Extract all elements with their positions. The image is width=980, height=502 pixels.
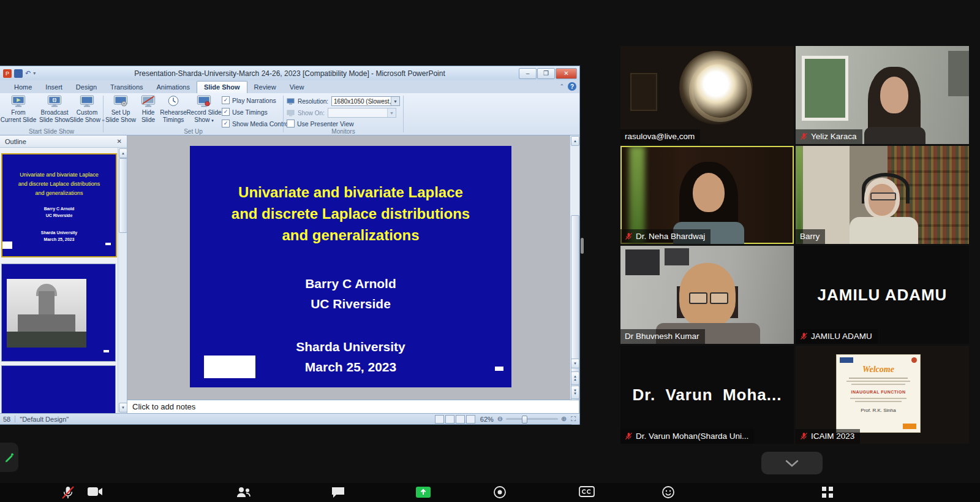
chat-button[interactable] — [331, 485, 345, 501]
checkbox[interactable]: ✓ — [222, 120, 230, 127]
previous-slide-button[interactable]: ▲▲ — [571, 371, 579, 385]
next-slide-button[interactable]: ▼▼ — [571, 386, 579, 399]
slide-thumbnail-1[interactable]: Univariate and bivariate Laplace and dis… — [1, 153, 117, 257]
quick-access-toolbar: P ↶ ▾ — [0, 69, 36, 78]
zoom-slider[interactable] — [506, 418, 558, 420]
tab-home[interactable]: Home — [7, 82, 39, 93]
help-icon[interactable]: ? — [568, 82, 576, 91]
mute-button[interactable] — [61, 485, 75, 502]
notes-pane[interactable]: Click to add notes — [127, 400, 579, 413]
scroll-up-icon[interactable]: ▲ — [119, 148, 127, 158]
zoom-out-icon[interactable]: ⊖ — [497, 415, 503, 423]
custom-slide-show-button[interactable]: Custom Slide Show ▾ — [72, 94, 102, 124]
video-tile-jamilu[interactable]: JAMILU ADAMU JAMILU ADAMU — [796, 246, 969, 344]
zoom-in-icon[interactable]: ⊕ — [561, 415, 567, 423]
undo-icon[interactable]: ↶ — [25, 69, 31, 77]
set-up-slide-show-button[interactable]: Set Up Slide Show — [105, 94, 136, 123]
slide-sorter-view-icon[interactable] — [445, 415, 454, 424]
scrollbar-thumb[interactable] — [119, 158, 127, 233]
fit-to-window-icon[interactable]: ⛶ — [571, 415, 576, 423]
collapse-gallery-button[interactable] — [761, 452, 823, 474]
video-tile-icaim[interactable]: Welcome INAUGURAL FUNCTION Prof. R.K. Si… — [796, 346, 969, 444]
thumb-title-line: Univariate and bivariate Laplace — [2, 170, 116, 180]
scroll-down-icon[interactable]: ▼ — [119, 403, 127, 413]
slide-thumbnail-3[interactable] — [1, 365, 116, 414]
tab-transitions[interactable]: Transitions — [104, 82, 149, 93]
video-tile-varun[interactable]: Dr. Varun Moha... Dr. Varun Mohan(Sharda… — [620, 346, 794, 444]
vertical-scrollbar[interactable]: ▲ ▼ ▲▲ ▼▼ — [570, 135, 579, 400]
tab-view[interactable]: View — [283, 82, 311, 93]
slide-placeholder-box[interactable] — [204, 356, 255, 378]
reactions-button[interactable] — [662, 485, 675, 501]
group-label-monitors: Monitors — [284, 128, 403, 135]
outline-tab[interactable]: Outline — [5, 138, 26, 145]
maximize-button[interactable]: ❐ — [537, 68, 555, 79]
outline-scrollbar[interactable]: ▲ ▼ — [118, 148, 127, 413]
button-label: Show — [194, 116, 209, 123]
resolution-dropdown[interactable]: 1680x1050 (Slowest, … ▼ — [331, 96, 400, 106]
rehearse-timings-button[interactable]: Rehearse Timings — [160, 94, 186, 123]
participant-name: JAMILU ADAMU — [811, 332, 872, 341]
tab-animations[interactable]: Animations — [150, 82, 197, 93]
video-tile-yeliz[interactable]: Yeliz Karaca — [796, 46, 969, 144]
scroll-down-icon[interactable]: ▼ — [571, 359, 579, 368]
panel-resize-handle[interactable] — [581, 238, 584, 254]
close-pane-icon[interactable]: ✕ — [117, 138, 127, 145]
video-tile-neha[interactable]: Dr. Neha Bhardwaj — [620, 146, 794, 244]
use-presenter-view-checkbox[interactable]: ✓ Use Presenter View — [287, 120, 354, 127]
close-button[interactable]: ✕ — [556, 68, 577, 79]
apps-button[interactable] — [821, 485, 834, 501]
titlebar[interactable]: P ↶ ▾ Presentation-Sharda-University-Mar… — [0, 66, 579, 80]
save-icon[interactable] — [14, 69, 23, 78]
muted-mic-icon — [800, 332, 808, 340]
checkbox[interactable]: ✓ — [287, 120, 295, 127]
share-screen-button[interactable] — [415, 485, 431, 502]
tab-design[interactable]: Design — [69, 82, 104, 93]
pencil-icon — [4, 452, 15, 463]
show-on-dropdown[interactable]: ▼ — [328, 108, 396, 118]
start-video-button[interactable] — [87, 485, 103, 500]
minimize-button[interactable]: – — [519, 68, 537, 79]
slide-placeholder-dash[interactable] — [495, 367, 503, 371]
scroll-up-icon[interactable]: ▲ — [571, 136, 579, 146]
video-tile-barry[interactable]: Barry — [796, 146, 969, 244]
normal-view-icon[interactable] — [435, 415, 444, 424]
participants-button[interactable] — [236, 485, 252, 501]
certificate-signature: Prof. R.K. Sinha — [837, 408, 920, 413]
closed-caption-button[interactable] — [579, 485, 595, 500]
certificate-heading: Welcome — [837, 365, 920, 375]
annotation-tools-button[interactable] — [0, 443, 18, 472]
play-narrations-checkbox[interactable]: ✓ Play Narrations — [222, 96, 276, 104]
slide-author-block[interactable]: Barry C Arnold UC Riverside — [190, 273, 511, 314]
checkbox[interactable]: ✓ — [222, 108, 230, 116]
slide-title[interactable]: Univariate and bivariate Laplace and dis… — [190, 181, 511, 246]
use-timings-checkbox[interactable]: ✓ Use Timings — [222, 108, 268, 116]
slide-thumbnail-2[interactable] — [1, 264, 116, 362]
resolution-value: 1680x1050 (Slowest, … — [334, 98, 391, 105]
tab-review[interactable]: Review — [247, 82, 283, 93]
powerpoint-app-icon[interactable]: P — [3, 69, 12, 78]
checkbox[interactable]: ✓ — [222, 96, 230, 104]
video-tile-rasulova[interactable]: rasulova@live,com — [620, 46, 794, 144]
hide-slide-button[interactable]: Hide Slide — [137, 94, 159, 123]
thumb-title-line: and discrete Laplace distributions — [2, 180, 116, 189]
wall-art — [802, 56, 848, 121]
video-tile-bhuvnesh[interactable]: Dr Bhuvnesh Kumar — [620, 246, 794, 344]
collapse-ribbon-icon[interactable]: ⌃ — [559, 83, 564, 89]
qat-dropdown-icon[interactable]: ▾ — [33, 70, 36, 76]
zoom-slider-thumb[interactable] — [522, 416, 527, 424]
tab-slide-show[interactable]: Slide Show — [197, 81, 247, 93]
record-slide-show-button[interactable]: Record Slide Show ▾ — [187, 94, 221, 124]
reading-view-icon[interactable] — [456, 415, 465, 424]
from-current-slide-button[interactable]: From Current Slide — [1, 94, 36, 123]
participant-name: Yeliz Karaca — [811, 132, 857, 141]
record-button[interactable] — [493, 485, 507, 501]
slide-editor-canvas[interactable]: Univariate and bivariate Laplace and dis… — [127, 135, 570, 400]
button-label: Set Up — [111, 109, 130, 116]
broadcast-slide-show-button[interactable]: Broadcast Slide Show — [37, 94, 72, 123]
person-body — [850, 217, 918, 244]
slide[interactable]: Univariate and bivariate Laplace and dis… — [190, 146, 511, 387]
tab-insert[interactable]: Insert — [39, 82, 69, 93]
chevron-down-icon — [785, 460, 799, 467]
slide-show-view-icon[interactable] — [466, 415, 475, 424]
